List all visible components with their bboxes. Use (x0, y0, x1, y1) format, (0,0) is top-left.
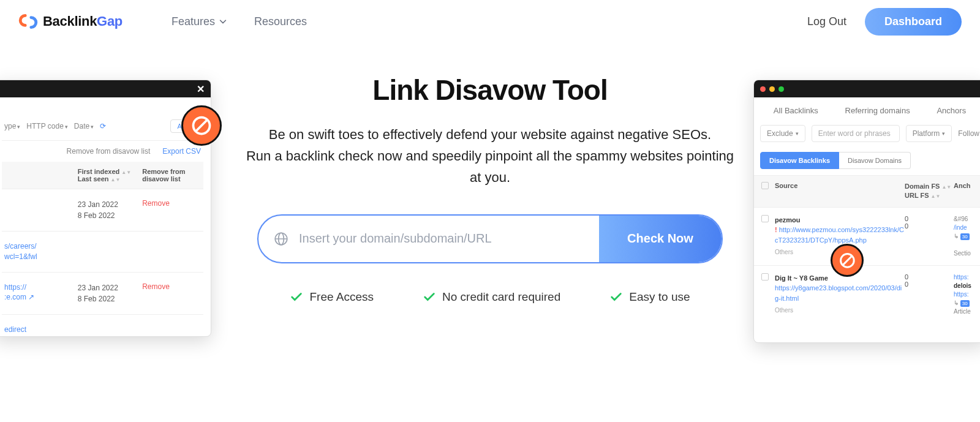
feature-free-access: Free Access (290, 290, 374, 304)
filter-type: ype▾ (4, 122, 20, 130)
export-csv-link: Export CSV (162, 147, 201, 156)
filter-date: Date▾ (74, 122, 94, 130)
table-row: https:// :e.com ↗ 23 Jan 20228 Feb 2022 … (2, 272, 203, 314)
close-icon: ✕ (197, 83, 205, 95)
domain-input[interactable] (299, 232, 599, 246)
nav-resources[interactable]: Resources (254, 15, 307, 28)
check-icon (290, 290, 303, 304)
checkbox-all (761, 182, 769, 189)
feature-no-card: No credit card required (423, 290, 560, 304)
disavow-badge-icon (181, 105, 222, 146)
mac-max-icon (778, 86, 784, 92)
mac-close-icon (760, 86, 766, 92)
tab-referring: Referring domains (845, 106, 910, 115)
table-row: Dig It ~ Y8 Game https://y8game23.blogsp… (754, 265, 980, 323)
table-row: pezmou http://www.pezmou.com/sys3222233l… (754, 207, 980, 265)
filter-http: HTTP code▾ (26, 122, 67, 130)
feature-easy: Easy to use (609, 290, 690, 304)
globe-icon (273, 231, 289, 247)
platform-filter: Platform▾ (906, 125, 952, 142)
nav-features-label: Features (172, 15, 215, 28)
refresh-icon: ⟳ (100, 122, 106, 130)
table-row: s/careers/ wcl=1&fwl (2, 231, 203, 272)
hero-line1: Be on swift toes to effectively defend y… (239, 124, 741, 145)
exclude-filter: Exclude▾ (760, 125, 805, 142)
pill-disavow-backlinks: Disavow Backlinks (760, 152, 839, 169)
pill-disavow-domains: Disavow Domains (839, 152, 911, 169)
dashboard-button[interactable]: Dashboard (865, 8, 962, 36)
remove-list-link: Remove from disavow list (67, 147, 151, 156)
disavow-badge-icon (831, 244, 864, 277)
nav-resources-label: Resources (254, 15, 307, 28)
mock-window-right: All Backlinks Referring domains Anchors … (753, 80, 980, 343)
phrase-input: Enter word or phrases (812, 125, 900, 142)
nav-features[interactable]: Features (172, 15, 227, 28)
table-row: edirect (2, 314, 203, 337)
hero-line2: Run a backlink check now and speedily pi… (239, 145, 741, 188)
check-icon (609, 290, 623, 304)
tab-anchors: Anchors (937, 106, 966, 115)
mac-min-icon (769, 86, 775, 92)
check-now-button[interactable]: Check Now (599, 216, 722, 262)
chevron-down-icon (219, 17, 227, 26)
logout-link[interactable]: Log Out (807, 15, 846, 28)
follow-filter: Follow (958, 129, 979, 138)
table-row: 23 Jan 20228 Feb 2022 Remove (2, 189, 203, 231)
domain-search: Check Now (257, 214, 723, 263)
brand-logo[interactable]: BacklinkGap (18, 12, 123, 31)
svg-line-4 (196, 120, 207, 131)
logo-icon (18, 12, 38, 31)
brand-text: BacklinkGap (43, 13, 123, 29)
tab-backlinks: All Backlinks (774, 106, 818, 115)
svg-line-6 (843, 256, 851, 265)
check-icon (423, 290, 436, 304)
mock-window-left: ✕ ype▾ HTTP code▾ Date▾ ⟳ Apply Remove f… (0, 80, 211, 337)
